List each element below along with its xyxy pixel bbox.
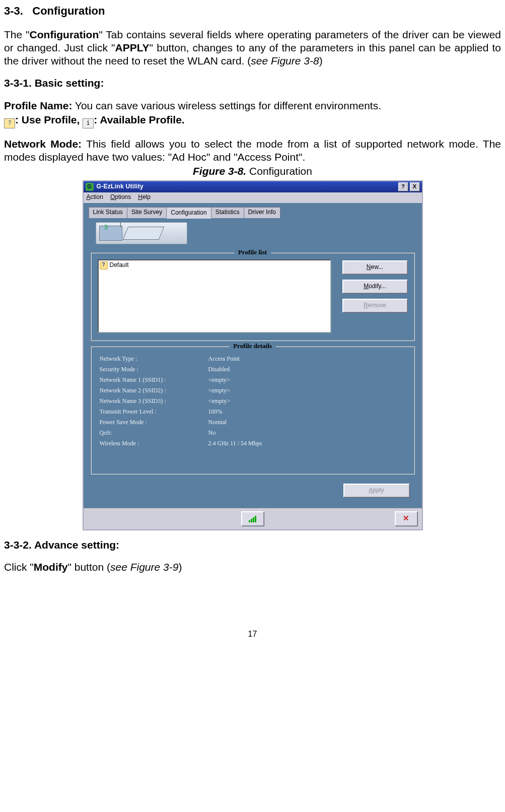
table-row: QoS:No (99, 428, 407, 438)
use-profile-icon: ? (4, 118, 15, 128)
close-button[interactable]: X (410, 182, 420, 191)
table-row: Security Mode :Disabled (99, 365, 407, 374)
signal-icon (249, 515, 257, 522)
profile-icons-line: ?: Use Profile, i: Available Profile. (4, 113, 501, 128)
tab-link-status[interactable]: Link Status (89, 207, 127, 218)
available-profile-icon: i (83, 118, 94, 128)
profile-list-title: Profile list (234, 248, 271, 256)
table-row: Transmit Power Level :100% (99, 407, 407, 417)
table-row: Network Name 3 (SSID3) :<empty> (99, 396, 407, 406)
tab-strip: Link Status Site Survey Configuration St… (89, 207, 417, 218)
work-area: Link Status Site Survey Configuration St… (84, 203, 422, 508)
app-title: G-EzLink Utility (97, 183, 398, 190)
section-heading: 3-3. Configuration (4, 4, 501, 18)
list-item[interactable]: ? Default (100, 261, 329, 269)
profile-listbox[interactable]: ? Default (98, 259, 331, 333)
table-row: Network Name 1 (SSID1) :<empty> (99, 375, 407, 385)
heading-3-3-1: 3-3-1. Basic setting: (4, 77, 501, 90)
table-row: Power Save Mode :Normal (99, 418, 407, 427)
heading-3-3-2: 3-3-2. Advance setting: (4, 538, 501, 552)
tab-configuration[interactable]: Configuration (166, 207, 211, 219)
tab-statistics[interactable]: Statistics (211, 207, 244, 218)
titlebar: G G-EzLink Utility ? X (84, 181, 422, 192)
apply-button[interactable]: Apply (343, 484, 410, 498)
tab-site-survey[interactable]: Site Survey (127, 207, 167, 218)
wlan-card-icon (122, 227, 164, 240)
menubar: Action Options Help (84, 192, 422, 203)
menu-action[interactable]: Action (87, 193, 103, 201)
close-icon: ✕ (403, 514, 409, 523)
router-icon: )) (99, 226, 122, 241)
network-mode-desc: Network Mode: This field allows you to s… (4, 138, 501, 164)
exit-button[interactable]: ✕ (395, 511, 418, 526)
app-icon: G (86, 183, 94, 191)
menu-help[interactable]: Help (138, 193, 151, 201)
table-row: Network Name 2 (SSID2) :<empty> (99, 386, 407, 395)
new-button[interactable]: New... (342, 260, 408, 275)
signal-button[interactable] (241, 511, 264, 526)
profile-details-title: Profile details (229, 342, 276, 350)
profile-name-desc: Profile Name: You can save various wirel… (4, 99, 501, 112)
table-row: Network Type :Access Point (99, 354, 407, 364)
page-number: 17 (4, 629, 501, 639)
figure-caption: Figure 3-8. Configuration (4, 165, 501, 178)
paragraph-intro: The "Configuration" Tab contains several… (4, 28, 501, 68)
hero-image: )) (89, 222, 417, 248)
status-bar: ✕ (84, 508, 422, 529)
details-table: Network Type :Access Point Security Mode… (98, 353, 408, 449)
profile-item-label: Default (110, 261, 129, 269)
menu-options[interactable]: Options (110, 193, 131, 201)
modify-instruction: Click "Modify" button (see Figure 3-9) (4, 561, 501, 574)
profile-details-group: Profile details Network Type :Access Poi… (91, 346, 415, 475)
use-profile-icon: ? (100, 261, 108, 269)
tab-driver-info[interactable]: Driver Info (244, 207, 280, 218)
remove-button[interactable]: Remove (342, 299, 408, 313)
modify-button[interactable]: Modify... (342, 280, 408, 294)
profile-list-group: Profile list ? Default New... Modify... … (91, 252, 415, 341)
app-window: G G-EzLink Utility ? X Action Options He… (83, 180, 423, 530)
help-button[interactable]: ? (398, 182, 408, 191)
table-row: Wireless Mode : 2.4 GHz 11 / 54 Mbps (99, 439, 407, 448)
